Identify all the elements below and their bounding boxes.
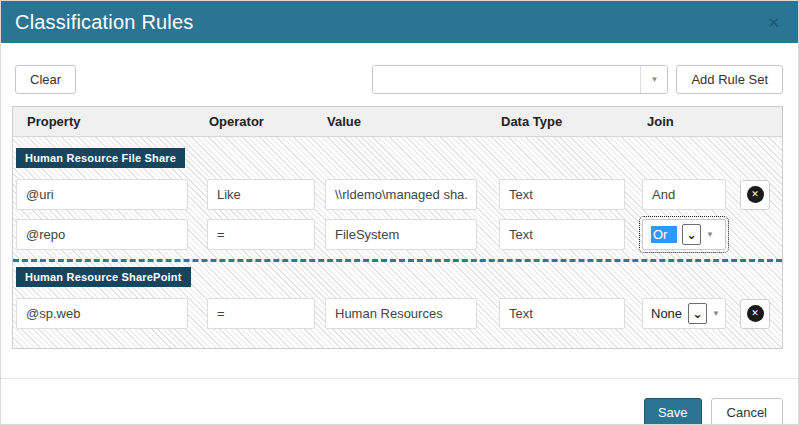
column-header-data-type: Data Type	[499, 114, 625, 129]
rule-group-file-share: Human Resource File Share ✕	[13, 143, 782, 250]
operator-field[interactable]	[207, 219, 315, 250]
join-select[interactable]: Or ⌄ ▼	[642, 219, 726, 250]
dialog-title: Classification Rules	[15, 11, 194, 34]
join-selected-value: Or	[651, 226, 677, 243]
column-header-value: Value	[325, 114, 477, 129]
delete-rule-button[interactable]: ✕	[740, 299, 770, 329]
group-badge: Human Resource SharePoint	[16, 267, 191, 287]
delete-rule-button[interactable]: ✕	[740, 180, 770, 210]
dropdown-arrow-icon[interactable]: ▼	[706, 230, 714, 239]
table-body: Human Resource File Share ✕	[13, 137, 782, 348]
join-selected-value: None	[651, 306, 683, 321]
property-field[interactable]	[16, 219, 188, 250]
value-field[interactable]	[325, 219, 477, 250]
classification-rules-dialog: Classification Rules ✕ Clear ▼ Add Rule …	[0, 0, 799, 425]
value-field[interactable]	[325, 179, 477, 210]
dialog-titlebar: Classification Rules ✕	[1, 1, 798, 43]
ruleset-combo-input[interactable]	[373, 66, 640, 93]
select-chevron-icon[interactable]: ⌄	[688, 303, 707, 324]
operator-field[interactable]	[207, 179, 315, 210]
data-type-field[interactable]	[499, 298, 625, 329]
toolbar: Clear ▼ Add Rule Set	[1, 43, 798, 104]
data-type-field[interactable]	[499, 179, 625, 210]
rule-group-sharepoint: Human Resource SharePoint None ⌄ ▼	[13, 262, 782, 329]
table-row: ✕	[13, 179, 782, 210]
select-chevron-icon[interactable]: ⌄	[682, 224, 701, 245]
column-header-join: Join	[642, 114, 726, 129]
rules-table: Property Operator Value Data Type Join H…	[12, 106, 783, 349]
table-row: None ⌄ ▼ ✕	[13, 298, 782, 329]
property-field[interactable]	[16, 179, 188, 210]
column-header-property: Property	[16, 114, 188, 129]
cancel-button[interactable]: Cancel	[711, 398, 783, 425]
value-field[interactable]	[325, 298, 477, 329]
save-button[interactable]: Save	[644, 398, 702, 425]
table-header-row: Property Operator Value Data Type Join	[13, 107, 782, 137]
footer: Save Cancel	[1, 379, 798, 425]
dropdown-arrow-icon[interactable]: ▼	[712, 309, 720, 318]
column-header-operator: Operator	[207, 114, 315, 129]
delete-icon: ✕	[747, 186, 764, 203]
join-field[interactable]	[642, 179, 726, 210]
add-rule-set-button[interactable]: Add Rule Set	[676, 65, 783, 94]
join-select[interactable]: None ⌄ ▼	[642, 298, 726, 329]
property-field[interactable]	[16, 298, 188, 329]
close-icon[interactable]: ✕	[763, 11, 784, 34]
operator-field[interactable]	[207, 298, 315, 329]
data-type-field[interactable]	[499, 219, 625, 250]
dropdown-arrow-icon: ▼	[650, 75, 658, 84]
clear-button[interactable]: Clear	[15, 65, 76, 94]
delete-icon: ✕	[747, 305, 764, 322]
group-badge: Human Resource File Share	[16, 148, 185, 168]
table-row: Or ⌄ ▼	[13, 219, 782, 250]
ruleset-combo-arrow-button[interactable]: ▼	[640, 66, 667, 93]
ruleset-combobox[interactable]: ▼	[372, 65, 668, 94]
